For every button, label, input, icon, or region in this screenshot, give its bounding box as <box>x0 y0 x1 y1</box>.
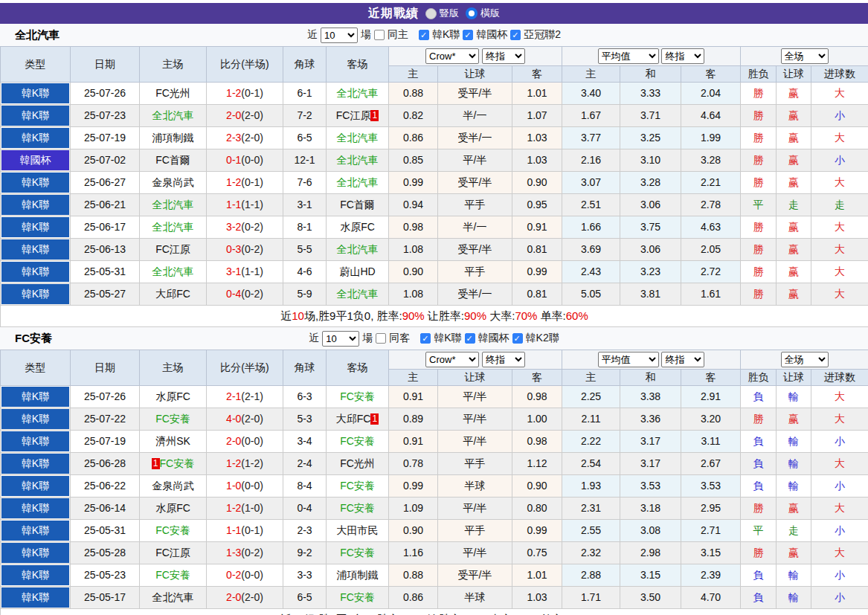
full-match-select[interactable]: 全场 <box>781 48 829 64</box>
team-name: FC安養 <box>340 591 375 603</box>
bookmaker-select[interactable]: Crow* <box>425 352 479 367</box>
result-cell: 勝 <box>741 172 777 194</box>
sub-header: 主 <box>389 370 438 386</box>
result-cell: 平 <box>741 520 777 542</box>
handicap-odds-cell: 0.90 <box>389 261 438 283</box>
europe-odds-cell: 2.16 <box>562 149 620 172</box>
league-tag: 韓K聯 <box>1 239 69 260</box>
team-name: FC江原 <box>336 109 371 121</box>
date-cell: 25-06-28 <box>71 453 140 475</box>
result-scope-selects: 全场 <box>741 47 868 66</box>
vertical-layout-radio[interactable] <box>425 8 437 19</box>
europe-odds-cell: 1.93 <box>562 475 620 498</box>
games-label: 場 <box>362 332 373 345</box>
result-cell: 小 <box>811 431 868 453</box>
result-cell: 大 <box>811 261 868 283</box>
sub-header: 让球 <box>438 370 512 386</box>
europe-odds-cell: 3.69 <box>562 239 620 261</box>
europe-odds-cell: 2.78 <box>681 194 741 216</box>
league-checkbox[interactable] <box>419 30 429 40</box>
date-cell: 25-06-17 <box>71 216 140 239</box>
same-venue-checkbox[interactable] <box>376 333 386 344</box>
europe-odds-cell: 3.50 <box>620 587 681 609</box>
away-team-cell: 大邱FC1 <box>327 408 389 431</box>
final-odds-select[interactable]: 终指 <box>661 352 704 367</box>
same-venue-label: 同主 <box>388 28 408 42</box>
average-select[interactable]: 平均值 <box>598 48 659 64</box>
europe-odds-selects: 平均值 终指 <box>562 350 741 370</box>
result-cell: 勝 <box>741 261 777 283</box>
result-cell: 輸 <box>777 453 811 475</box>
sub-header: 主 <box>562 66 620 83</box>
average-select[interactable]: 平均值 <box>598 352 659 367</box>
result-cell: 大 <box>811 498 868 520</box>
league-checkbox[interactable] <box>420 333 431 344</box>
col-header-type: 类型 <box>1 350 71 386</box>
corner-cell: 12-1 <box>283 149 327 172</box>
matches-table: 类型 日期 主场 比分(半场) 角球 客场 Crow* 终指 平均值 终指 全场 <box>0 46 868 327</box>
league-cell: 韓K聯 <box>1 194 71 216</box>
handicap-odds-cell: 1.16 <box>389 542 438 564</box>
result-cell: 走 <box>811 194 868 216</box>
europe-odds-cell: 2.22 <box>562 431 620 453</box>
score-cell: 3-2(0-2) <box>207 216 283 239</box>
same-venue-checkbox[interactable] <box>374 30 385 40</box>
league-tag: 韓K聯 <box>1 476 69 496</box>
corner-cell: 5-3 <box>283 408 327 431</box>
final-odds-select[interactable]: 终指 <box>661 48 704 64</box>
europe-odds-cell: 2.31 <box>562 498 620 520</box>
europe-odds-cell: 2.32 <box>562 542 620 564</box>
team-name: FC首爾 <box>340 199 375 210</box>
recent-count-select[interactable]: 10 <box>321 28 358 43</box>
handicap-odds-cell: 0.99 <box>389 172 438 194</box>
league-checkbox[interactable] <box>465 333 475 344</box>
handicap-odds-cell: 0.99 <box>389 475 438 498</box>
horizontal-layout-radio[interactable] <box>466 7 478 19</box>
home-team-cell: FC安養 <box>140 408 207 431</box>
final-odds-select[interactable]: 终指 <box>482 352 525 367</box>
corner-cell: 0-4 <box>283 498 327 520</box>
result-cell: 大 <box>811 453 868 475</box>
corner-cell: 2-3 <box>283 520 327 542</box>
result-cell: 小 <box>811 520 868 542</box>
result-cell: 走 <box>777 194 811 216</box>
date-cell: 25-07-22 <box>71 408 140 431</box>
league-tag: 韓K聯 <box>1 454 69 474</box>
league-checkbox[interactable] <box>463 30 473 40</box>
date-cell: 25-06-14 <box>71 498 140 520</box>
league-cell: 韓K聯 <box>1 587 71 609</box>
bookmaker-select[interactable]: Crow* <box>425 48 479 64</box>
sub-header: 让球 <box>438 66 512 83</box>
team-name: FC江原 <box>155 547 190 558</box>
filter-bar: 近 10 場 同客 韓K聯 韓國杯 韓K2聯 <box>309 331 559 347</box>
score-cell: 4-0(2-0) <box>207 408 283 431</box>
match-row: 韓K聯25-05-28FC江原1-3(0-2)9-2FC安養1.16平/半0.7… <box>1 542 868 564</box>
date-cell: 25-07-23 <box>71 105 140 127</box>
match-row: 韓K聯25-05-31FC安養1-1(0-1)2-3大田市民0.90平手0.99… <box>1 520 868 542</box>
europe-odds-cell: 3.40 <box>562 83 620 105</box>
match-row: 韓K聯25-06-21全北汽車1-1(1-1)3-1FC首爾0.94平手0.95… <box>1 194 868 216</box>
red-card-badge: 1 <box>370 110 379 121</box>
team-name: FC安養 <box>340 435 375 447</box>
match-row: 韓K聯25-05-31全北汽車3-1(1-1)4-6蔚山HD0.90平手0.99… <box>1 261 868 283</box>
final-odds-select[interactable]: 终指 <box>482 48 525 64</box>
score-cell: 1-2(1-2) <box>207 453 283 475</box>
result-cell: 勝 <box>741 283 777 306</box>
recent-count-select[interactable]: 10 <box>322 331 359 347</box>
result-cell: 平 <box>741 194 777 216</box>
team-name: 全北汽車 <box>152 109 194 121</box>
match-row: 韓K聯25-05-17全北汽車2-0(2-0)6-5FC安養0.86半球1.03… <box>1 587 868 609</box>
league-cell: 韓K聯 <box>1 216 71 239</box>
league-tag: 韓K聯 <box>1 498 69 518</box>
handicap-odds-cell: 0.80 <box>512 498 562 520</box>
handicap-odds-cell: 平/半 <box>438 408 512 431</box>
full-match-select[interactable]: 全场 <box>781 352 829 367</box>
league-cell: 韓K聯 <box>1 83 71 105</box>
league-checkbox[interactable] <box>510 30 521 40</box>
handicap-odds-cell: 半球 <box>438 475 512 498</box>
corner-cell: 3-4 <box>283 431 327 453</box>
europe-odds-cell: 3.15 <box>681 542 741 564</box>
league-checkbox[interactable] <box>512 333 523 344</box>
corner-cell: 5-9 <box>283 283 327 306</box>
horizontal-layout-label: 橫版 <box>480 7 500 20</box>
